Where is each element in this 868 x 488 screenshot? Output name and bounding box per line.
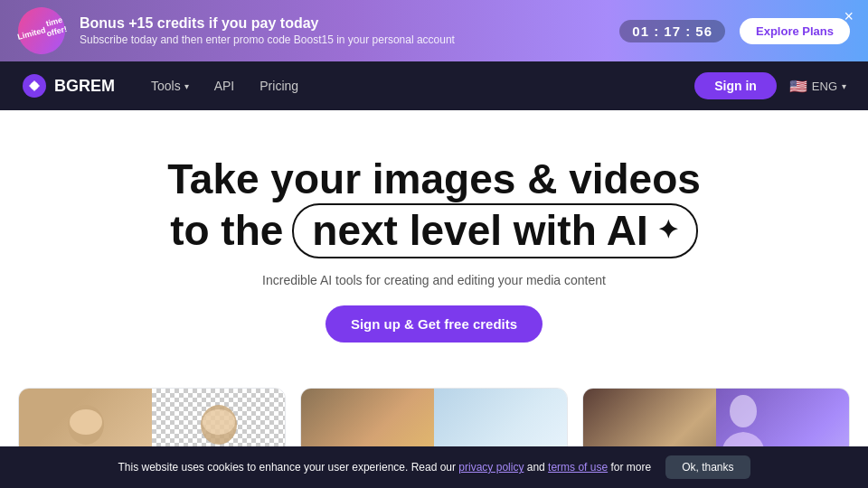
hero-section: Take your images & videos to the next le… [0, 110, 868, 370]
hero-line1: Take your images & videos [18, 155, 850, 203]
explore-plans-button[interactable]: Explore Plans [740, 18, 850, 44]
promo-banner: Limited time offer! Bonus +15 credits if… [0, 0, 868, 61]
banner-text-block: Bonus +15 credits if you pay today Subsc… [80, 15, 605, 46]
limited-offer-badge: Limited time offer! [13, 2, 71, 60]
svg-point-3 [70, 409, 102, 435]
banner-subtitle: Subscribe today and then enter promo cod… [80, 33, 605, 46]
svg-point-6 [730, 395, 757, 427]
svg-point-1 [31, 82, 38, 89]
hero-line2: to the next level with AI ✦ [18, 203, 850, 258]
privacy-policy-link[interactable]: privacy policy [458, 461, 524, 474]
logo-text: BGREM [54, 77, 115, 96]
main-nav: BGREM Tools ▾ API Pricing Sign in 🇺🇸 ENG… [0, 61, 868, 110]
ai-sparkle-icon: ✦ [657, 216, 678, 245]
nav-tools[interactable]: Tools ▾ [140, 73, 200, 99]
logo[interactable]: BGREM [22, 73, 115, 99]
banner-title: Bonus +15 credits if you pay today [80, 15, 605, 32]
language-selector[interactable]: 🇺🇸 ENG ▾ [789, 78, 846, 95]
nav-api[interactable]: API [203, 73, 246, 99]
logo-icon [22, 73, 47, 99]
signin-button[interactable]: Sign in [694, 72, 777, 99]
hero-line2-prefix: to the [170, 207, 283, 255]
flag-icon: 🇺🇸 [789, 78, 807, 95]
cookie-banner: This website uses cookies to enhance you… [0, 446, 868, 488]
nav-links: Tools ▾ API Pricing [140, 73, 309, 99]
banner-close-button[interactable]: × [844, 7, 854, 26]
tools-chevron-icon: ▾ [184, 81, 189, 91]
svg-point-5 [203, 409, 235, 435]
lang-chevron-icon: ▾ [842, 81, 846, 91]
cookie-accept-button[interactable]: Ok, thanks [665, 455, 750, 479]
hero-highlight-box: next level with AI ✦ [292, 203, 698, 258]
hero-subtitle: Incredible AI tools for creating and edi… [18, 273, 850, 287]
nav-pricing[interactable]: Pricing [249, 73, 309, 99]
terms-of-use-link[interactable]: terms of use [548, 461, 608, 474]
cookie-text: This website uses cookies to enhance you… [118, 461, 651, 474]
countdown-timer: 01 : 17 : 56 [619, 20, 725, 42]
hero-highlight-text: next level with AI [312, 207, 648, 255]
signup-button[interactable]: Sign up & Get free credits [326, 305, 542, 343]
